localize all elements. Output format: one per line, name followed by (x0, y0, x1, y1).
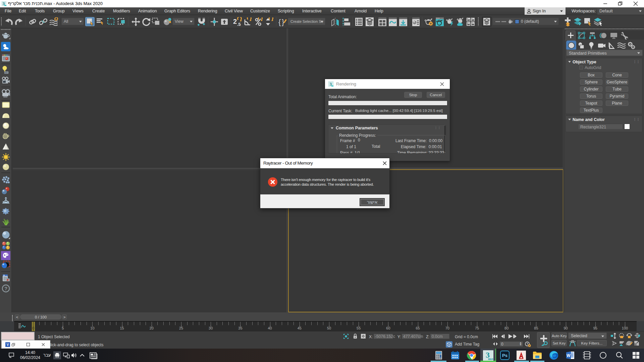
svg-text:{: { (278, 18, 281, 26)
svg-text:}: } (282, 18, 284, 26)
svg-text:.5: .5 (237, 22, 241, 26)
svg-text:Ps: Ps (502, 353, 507, 358)
svg-text:V: V (7, 343, 9, 347)
svg-text:W: W (567, 353, 571, 358)
svg-text:2: 2 (233, 18, 237, 25)
svg-text:?: ? (4, 286, 7, 291)
svg-text:MAX: MAX (488, 358, 493, 360)
